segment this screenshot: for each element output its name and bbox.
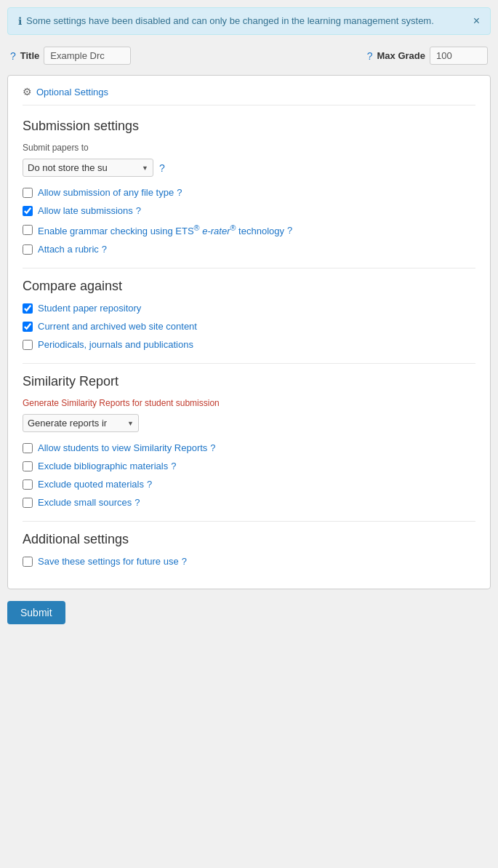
section-divider-3 (23, 521, 475, 522)
additional-settings-title: Additional settings (23, 532, 475, 547)
submit-papers-select[interactable]: Do not store the su Standard paper repos… (23, 159, 153, 177)
exclude-biblio-checkbox[interactable] (23, 461, 33, 471)
grammar-check-item: Enable grammar checking using ETS® e-rat… (23, 223, 475, 236)
generate-subtitle: Generate Similarity Reports for student … (23, 398, 475, 408)
submit-papers-select-container[interactable]: Do not store the su Standard paper repos… (23, 159, 153, 177)
generate-select-wrapper: Generate reports ir Generate reports imm… (23, 414, 475, 432)
periodicals-item: Periodicals, journals and publications (23, 339, 475, 350)
save-future-help-icon[interactable]: ? (182, 556, 187, 567)
max-grade-input[interactable] (430, 47, 488, 65)
title-input[interactable] (44, 47, 131, 65)
compare-against-section: Compare against Student paper repository… (23, 279, 475, 350)
any-file-type-item: Allow submission of any file type ? (23, 187, 475, 198)
submit-button[interactable]: Submit (7, 601, 65, 624)
exclude-biblio-help-icon[interactable]: ? (171, 461, 176, 471)
submit-papers-label: Submit papers to (23, 143, 475, 153)
exclude-quoted-label: Exclude quoted materials ? (38, 479, 152, 490)
save-future-label: Save these settings for future use ? (38, 556, 187, 567)
exclude-small-help-icon[interactable]: ? (134, 497, 140, 508)
alert-info-icon: ℹ (18, 15, 22, 27)
title-help-icon[interactable]: ? (10, 50, 16, 62)
any-file-type-checkbox[interactable] (23, 188, 33, 198)
submit-papers-help-icon[interactable]: ? (159, 162, 165, 174)
submit-papers-select-wrapper: Do not store the su Standard paper repos… (23, 159, 475, 177)
alert-close-button[interactable]: × (473, 15, 480, 27)
optional-settings-header: ⚙ Optional Settings (23, 86, 475, 105)
exclude-small-item: Exclude small sources ? (23, 497, 475, 508)
grammar-check-checkbox[interactable] (23, 225, 33, 235)
exclude-small-label: Exclude small sources ? (38, 497, 140, 508)
any-file-type-label: Allow submission of any file type ? (38, 187, 182, 198)
title-label: Title (20, 50, 40, 61)
additional-settings-section: Additional settings Save these settings … (23, 532, 475, 567)
student-repo-label: Student paper repository (38, 303, 141, 314)
alert-message: Some settings have been disabled and can… (26, 15, 434, 26)
submission-settings-title: Submission settings (23, 119, 475, 134)
student-repo-item: Student paper repository (23, 303, 475, 314)
periodicals-checkbox[interactable] (23, 340, 33, 350)
any-file-type-help-icon[interactable]: ? (177, 187, 182, 198)
settings-gear-icon: ⚙ (23, 86, 32, 97)
rubric-help-icon[interactable]: ? (102, 244, 107, 255)
exclude-quoted-help-icon[interactable]: ? (147, 479, 152, 490)
header-row: ? Title ? Max Grade (7, 47, 491, 65)
students-view-checkbox[interactable] (23, 443, 33, 453)
title-field-group: ? Title (10, 47, 131, 65)
late-submissions-help-icon[interactable]: ? (136, 205, 141, 216)
periodicals-label: Periodicals, journals and publications (38, 339, 193, 350)
generate-select-container[interactable]: Generate reports ir Generate reports imm… (23, 414, 139, 432)
grammar-check-help-icon[interactable]: ? (287, 225, 292, 236)
similarity-report-section: Similarity Report Generate Similarity Re… (23, 374, 475, 508)
save-future-checkbox[interactable] (23, 557, 33, 567)
generate-reports-select[interactable]: Generate reports ir Generate reports imm… (23, 414, 139, 432)
exclude-quoted-checkbox[interactable] (23, 479, 33, 490)
student-repo-checkbox[interactable] (23, 303, 33, 314)
grammar-check-label: Enable grammar checking using ETS® e-rat… (38, 223, 292, 236)
late-submissions-label: Allow late submissions ? (38, 205, 141, 216)
max-grade-help-icon[interactable]: ? (367, 50, 373, 62)
similarity-report-title: Similarity Report (23, 374, 475, 389)
save-future-item: Save these settings for future use ? (23, 556, 475, 567)
max-grade-field-group: ? Max Grade (367, 47, 488, 65)
web-content-checkbox[interactable] (23, 322, 33, 332)
rubric-checkbox[interactable] (23, 244, 33, 255)
exclude-small-checkbox[interactable] (23, 498, 33, 508)
late-submissions-checkbox[interactable] (23, 206, 33, 216)
web-content-item: Current and archived web site content (23, 321, 475, 332)
optional-settings-panel: ⚙ Optional Settings Submission settings … (7, 75, 491, 589)
rubric-item: Attach a rubric ? (23, 244, 475, 255)
submission-settings-section: Submission settings Submit papers to Do … (23, 119, 475, 255)
rubric-label: Attach a rubric ? (38, 244, 107, 255)
students-view-item: Allow students to view Similarity Report… (23, 442, 475, 453)
exclude-biblio-label: Exclude bibliographic materials ? (38, 461, 176, 471)
late-submissions-item: Allow late submissions ? (23, 205, 475, 216)
students-view-help-icon[interactable]: ? (210, 442, 215, 453)
max-grade-label: Max Grade (377, 50, 425, 61)
compare-against-title: Compare against (23, 279, 475, 294)
section-divider-2 (23, 363, 475, 364)
exclude-biblio-item: Exclude bibliographic materials ? (23, 461, 475, 471)
optional-settings-link[interactable]: Optional Settings (36, 87, 108, 97)
alert-text-container: ℹ Some settings have been disabled and c… (18, 15, 466, 27)
section-divider-1 (23, 268, 475, 268)
web-content-label: Current and archived web site content (38, 321, 197, 332)
alert-banner: ℹ Some settings have been disabled and c… (7, 7, 491, 35)
students-view-label: Allow students to view Similarity Report… (38, 442, 216, 453)
exclude-quoted-item: Exclude quoted materials ? (23, 479, 475, 490)
